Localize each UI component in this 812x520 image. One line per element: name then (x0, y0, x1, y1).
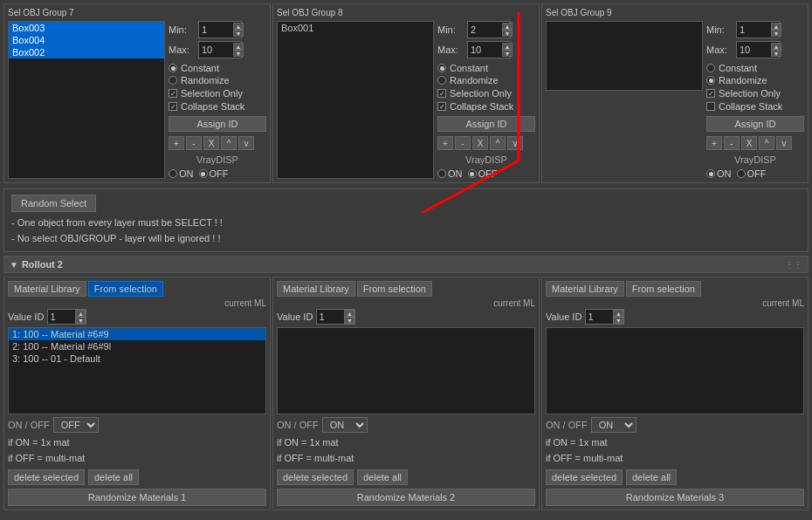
clear-btn-group8[interactable]: X (472, 136, 488, 150)
constant-radio[interactable] (169, 64, 177, 72)
constant-radio-row[interactable]: Constant (437, 63, 535, 73)
spin-down[interactable]: ▼ (502, 30, 513, 37)
assign-id-btn-group8[interactable]: Assign ID (437, 116, 535, 132)
mat-list-item[interactable]: 1: 100 -- Material #6#9 (9, 328, 265, 340)
value-id-input-3[interactable] (586, 311, 612, 323)
mat-list-area-2[interactable] (277, 327, 535, 414)
mat-list-item[interactable]: 3: 100 -- 01 - Default (9, 352, 265, 365)
spin-buttons-3[interactable]: ▲ ▼ (613, 310, 623, 324)
remove-btn-group9[interactable]: - (724, 136, 740, 150)
collapse-stack-row[interactable]: ✓ Collapse Stack (169, 101, 266, 112)
from-sel-btn-3[interactable]: From selection (626, 281, 701, 297)
rollout-header[interactable]: ▼ Rollout 2 ⋮⋮ (3, 256, 809, 273)
collapse-stack-checkbox[interactable] (706, 102, 715, 111)
random-select-btn[interactable]: Random Select (11, 195, 96, 212)
assign-id-btn-group9[interactable]: Assign ID (706, 116, 804, 132)
mat-list-item[interactable]: 2: 100 -- Material #6#9l (9, 340, 265, 352)
clear-btn-group9[interactable]: X (741, 136, 757, 150)
add-btn-group7[interactable]: + (169, 136, 184, 150)
off-radio-group7[interactable]: OFF (199, 168, 229, 179)
value-id-input-2[interactable] (317, 311, 343, 323)
clear-btn-group7[interactable]: X (203, 136, 219, 150)
spin-up[interactable]: ▲ (771, 43, 781, 50)
spin-down[interactable]: ▼ (344, 317, 354, 324)
spin-up[interactable]: ▲ (613, 310, 623, 317)
collapse-stack-checkbox[interactable]: ✓ (169, 102, 177, 111)
group7-listbox[interactable]: Box003 Box004 Box002 (8, 21, 165, 179)
spin-buttons[interactable]: ▲ ▼ (771, 23, 781, 37)
spin-buttons[interactable]: ▲ ▼ (502, 43, 513, 57)
spin-up[interactable]: ▲ (771, 23, 781, 30)
delete-selected-btn-3[interactable]: delete selected (546, 469, 623, 485)
spin-buttons-1[interactable]: ▲ ▼ (75, 310, 86, 324)
randomize-radio[interactable] (437, 76, 446, 85)
listbox-item[interactable]: Box002 (9, 46, 164, 58)
delete-selected-btn-1[interactable]: delete selected (8, 469, 85, 485)
constant-radio[interactable] (706, 64, 715, 72)
randomize-radio[interactable] (706, 76, 715, 85)
randomize-btn-2[interactable]: Randomize Materials 2 (277, 489, 535, 506)
listbox-item[interactable]: Box003 (9, 22, 164, 34)
spin-buttons[interactable]: ▲ ▼ (771, 43, 781, 57)
off-radio-group9[interactable]: OFF (737, 168, 767, 179)
spin-down[interactable]: ▼ (613, 317, 623, 324)
value-id-input-1[interactable] (48, 311, 74, 323)
listbox-item[interactable]: Box004 (9, 34, 164, 46)
min-spin[interactable]: ▲ ▼ (736, 21, 780, 38)
on-radio-group7[interactable]: ON (169, 168, 194, 179)
spin-up[interactable]: ▲ (75, 310, 86, 317)
min-spin[interactable]: ▲ ▼ (198, 21, 242, 38)
spin-down[interactable]: ▼ (771, 30, 781, 37)
max-input[interactable] (740, 44, 770, 55)
max-spin[interactable]: ▲ ▼ (198, 41, 242, 58)
assign-id-btn-group7[interactable]: Assign ID (169, 116, 266, 132)
spin-buttons[interactable]: ▲ ▼ (502, 23, 513, 37)
add-btn-group8[interactable]: + (437, 136, 453, 150)
on-radio[interactable] (706, 169, 715, 178)
constant-radio-row[interactable]: Constant (169, 63, 266, 73)
min-input[interactable] (471, 24, 501, 35)
selection-only-checkbox[interactable]: ✓ (437, 89, 446, 98)
on-radio[interactable] (437, 169, 446, 178)
add-btn-group9[interactable]: + (706, 136, 722, 150)
spin-up[interactable]: ▲ (344, 310, 354, 317)
remove-btn-group8[interactable]: - (455, 136, 471, 150)
max-input[interactable] (202, 44, 232, 55)
collapse-stack-row[interactable]: ✓ Collapse Stack (437, 101, 535, 112)
up-btn-group8[interactable]: ^ (490, 136, 506, 150)
mat-lib-btn-3[interactable]: Material Library (546, 281, 624, 297)
randomize-radio-row[interactable]: Randomize (706, 75, 804, 86)
min-input[interactable] (202, 24, 232, 35)
randomize-btn-1[interactable]: Randomize Materials 1 (8, 489, 266, 506)
max-input[interactable] (471, 44, 501, 55)
on-radio[interactable] (169, 169, 177, 178)
up-btn-group7[interactable]: ^ (221, 136, 237, 150)
value-id-spin-2[interactable]: ▲ ▼ (316, 309, 355, 325)
on-off-select-3[interactable]: ON OFF (591, 417, 637, 433)
randomize-radio[interactable] (169, 76, 177, 85)
randomize-btn-3[interactable]: Randomize Materials 3 (546, 489, 804, 506)
delete-selected-btn-2[interactable]: delete selected (277, 469, 354, 485)
collapse-stack-checkbox[interactable]: ✓ (437, 102, 446, 111)
down-btn-group8[interactable]: v (507, 136, 523, 150)
delete-all-btn-3[interactable]: delete all (626, 469, 677, 485)
off-radio-group8[interactable]: OFF (468, 168, 498, 179)
spin-down[interactable]: ▼ (771, 50, 781, 57)
from-sel-btn-1[interactable]: From selection (88, 281, 163, 297)
spin-down[interactable]: ▼ (502, 50, 513, 57)
min-spin[interactable]: ▲ ▼ (467, 21, 511, 38)
down-btn-group9[interactable]: v (776, 136, 792, 150)
spin-down[interactable]: ▼ (233, 30, 244, 37)
mat-list-area-1[interactable]: 1: 100 -- Material #6#9 2: 100 -- Materi… (8, 327, 266, 414)
spin-buttons[interactable]: ▲ ▼ (233, 43, 244, 57)
min-input[interactable] (740, 24, 770, 35)
listbox-item[interactable]: Box001 (278, 22, 433, 34)
max-spin[interactable]: ▲ ▼ (467, 41, 511, 58)
remove-btn-group7[interactable]: - (186, 136, 202, 150)
selection-only-checkbox[interactable]: ✓ (169, 89, 177, 98)
delete-all-btn-1[interactable]: delete all (88, 469, 139, 485)
group8-listbox[interactable]: Box001 (277, 21, 434, 179)
value-id-spin-3[interactable]: ▲ ▼ (585, 309, 624, 325)
randomize-radio-row[interactable]: Randomize (437, 75, 535, 86)
up-btn-group9[interactable]: ^ (759, 136, 774, 150)
